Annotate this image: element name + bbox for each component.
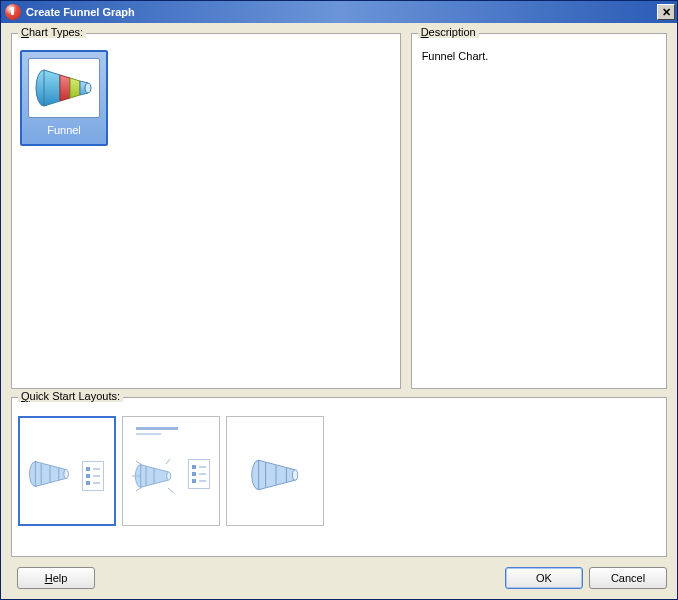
chart-types-group: CChart Types:hart Types:: [11, 33, 401, 389]
funnel-icon: [28, 455, 72, 493]
chart-type-funnel[interactable]: Funnel: [20, 50, 108, 146]
cancel-button[interactable]: Cancel: [589, 567, 667, 589]
description-group: DescriptionDescription Funnel Chart.: [411, 33, 667, 389]
legend-icon: [188, 459, 210, 489]
description-label: DescriptionDescription: [418, 26, 479, 38]
top-row: CChart Types:hart Types:: [11, 33, 667, 389]
svg-point-12: [292, 470, 297, 480]
layout-option-2[interactable]: [122, 416, 220, 526]
layout-option-3[interactable]: [226, 416, 324, 526]
quick-start-label: Quick Start Layouts:Quick Start Layouts:: [18, 390, 123, 402]
svg-point-1: [85, 83, 91, 93]
legend-icon: [82, 461, 104, 491]
help-button[interactable]: HelpHelp: [17, 567, 95, 589]
description-text: Funnel Chart.: [418, 48, 660, 64]
funnel-icon: [34, 65, 94, 111]
window-title: Create Funnel Graph: [26, 6, 657, 18]
chart-type-label: Funnel: [47, 124, 81, 136]
funnel-icon: [134, 459, 174, 493]
button-row: HelpHelp OK Cancel: [11, 565, 667, 589]
ok-button[interactable]: OK: [505, 567, 583, 589]
close-button[interactable]: ✕: [657, 4, 675, 20]
titlebar[interactable]: Create Funnel Graph ✕: [1, 1, 677, 23]
svg-point-3: [64, 470, 68, 479]
app-icon: [5, 4, 21, 20]
dialog-window: Create Funnel Graph ✕ CChart Types:hart …: [0, 0, 678, 600]
dialog-content: CChart Types:hart Types:: [1, 23, 677, 599]
layout-option-1[interactable]: [18, 416, 116, 526]
funnel-icon: [250, 453, 302, 497]
quick-start-group: Quick Start Layouts:Quick Start Layouts:: [11, 397, 667, 557]
svg-point-5: [167, 472, 171, 480]
title-placeholder-icon: [136, 427, 206, 435]
funnel-thumbnail: [28, 58, 100, 118]
chart-types-list: Funnel: [18, 48, 394, 382]
chart-types-label: CChart Types:hart Types:: [18, 26, 86, 38]
quick-start-list: [18, 412, 660, 530]
